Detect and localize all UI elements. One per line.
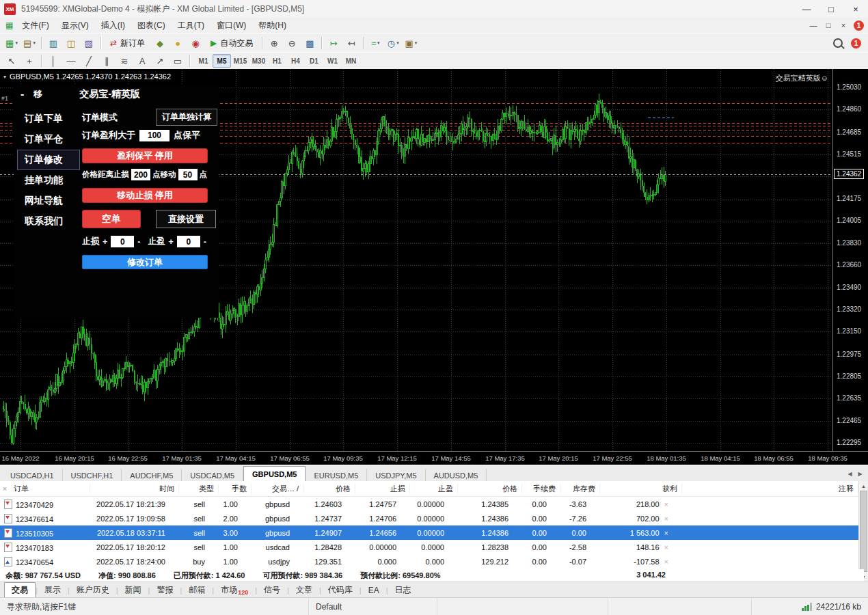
menu-item-V[interactable]: 显示(V) <box>55 20 95 31</box>
column-header-profit[interactable]: 获利 <box>600 484 682 494</box>
chart-tab-gbpusd-m5[interactable]: GBPUSD,M5 <box>243 466 306 482</box>
chart-tab-usdcad-m5[interactable]: USDCAD,M5 <box>182 469 243 482</box>
zoom-in-button[interactable]: ⊕ <box>266 35 282 51</box>
terminal-tab-市场[interactable]: 市场120 <box>214 583 255 597</box>
column-header-price2[interactable]: 价格 <box>458 484 522 494</box>
terminal-tab-EA[interactable]: EA <box>362 584 386 597</box>
timeframe-m5-button[interactable]: M5 <box>213 54 231 68</box>
menu-item-H[interactable]: 帮助(H) <box>252 20 293 31</box>
terminal-tab-新闻[interactable]: 新闻 <box>118 583 148 597</box>
modify-order-button[interactable]: 修改订单 <box>82 255 208 269</box>
terminal-tab-代码库[interactable]: 代码库 <box>321 583 360 597</box>
direct-set-button[interactable]: 直接设置 <box>156 210 216 228</box>
terminal-tab-展示[interactable]: 展示 <box>38 583 68 597</box>
scrollbar-thumb[interactable] <box>860 491 867 572</box>
panel-menu-item[interactable]: 订单修改 <box>17 150 80 170</box>
window-maximize-button[interactable]: □ <box>819 0 843 18</box>
terminal-tab-文章[interactable]: 文章 <box>289 583 319 597</box>
chart-tab-usdjpy-m5[interactable]: USDJPY,M5 <box>367 469 425 482</box>
timeframe-m30-button[interactable]: M30 <box>249 54 268 68</box>
chart-tab-usdchf-h1[interactable]: USDCHF,H1 <box>63 469 122 482</box>
crosshair-tool-button[interactable]: + <box>21 53 38 69</box>
column-header-swap[interactable]: 库存费 <box>560 484 600 494</box>
timeframe-h1-button[interactable]: H1 <box>268 54 286 68</box>
templates-button[interactable]: ▣▾ <box>403 35 419 51</box>
periods-button[interactable]: ◷▾ <box>385 35 401 51</box>
channel-tool-button[interactable]: ∥ <box>98 53 115 69</box>
shapes-tool-button[interactable]: ▭ <box>169 53 186 69</box>
column-header-price[interactable]: 价格 <box>303 484 355 494</box>
price-scale[interactable]: 1.250301.248601.246851.245151.241751.240… <box>832 69 868 451</box>
window-minimize-button[interactable]: — <box>794 0 819 18</box>
auto-scroll-button[interactable]: ↦ <box>325 35 342 51</box>
close-order-icon[interactable]: × <box>664 558 668 566</box>
fibonacci-tool-button[interactable]: ≋ <box>116 53 133 69</box>
panel-move-handle[interactable]: 移 <box>33 88 42 100</box>
sl-minus-button[interactable]: - <box>137 237 140 247</box>
chart-tab-audchf-m5[interactable]: AUDCHF,M5 <box>122 469 182 482</box>
new-order-button[interactable]: ⇄新订单 <box>105 35 150 51</box>
terminal-close-icon[interactable]: × <box>0 484 10 493</box>
sl-plus-button[interactable]: + <box>103 237 107 247</box>
chart-tab-usdcad-h1[interactable]: USDCAD,H1 <box>2 469 63 482</box>
order-row[interactable]: 1234701832022.05.17 18:20:12sell1.00usdc… <box>0 540 858 554</box>
panel-menu-item[interactable]: 订单平仓 <box>17 129 80 150</box>
column-header-commission[interactable]: 手续费 <box>522 484 560 494</box>
window-close-button[interactable]: × <box>843 0 868 18</box>
column-header-type[interactable]: 类型 <box>179 484 219 494</box>
chart-shift-button[interactable]: ↤ <box>343 35 360 51</box>
indicators-button[interactable]: ≈▾ <box>367 35 383 51</box>
sell-order-button[interactable]: 空单 <box>82 210 141 228</box>
terminal-tab-交易[interactable]: 交易 <box>4 582 36 598</box>
menu-item-I[interactable]: 插入(I) <box>95 20 131 31</box>
panel-menu-item[interactable]: 挂单功能 <box>17 170 80 191</box>
trailing-distance-input[interactable] <box>131 169 150 180</box>
time-scale[interactable]: 16 May 202216 May 20:1516 May 22:5517 Ma… <box>0 451 868 465</box>
arrows-tool-button[interactable]: ↗ <box>152 53 168 69</box>
data-window-button[interactable]: ◫ <box>63 35 79 51</box>
navigator-button[interactable]: ▧ <box>81 35 97 51</box>
tp-input[interactable] <box>177 236 200 247</box>
zoom-out-button[interactable]: ⊖ <box>284 35 300 51</box>
timeframe-d1-button[interactable]: D1 <box>305 54 323 68</box>
trailing-stop-toggle-button[interactable]: 移动止损 停用 <box>82 188 208 203</box>
status-connection[interactable]: 24221/16 kb <box>752 598 868 615</box>
order-mode-button[interactable]: 订单单独计算 <box>156 109 217 126</box>
terminal-tab-警报[interactable]: 警报 <box>150 583 180 597</box>
column-header-tp[interactable]: 止盈 <box>410 484 458 494</box>
terminal-tab-账户历史[interactable]: 账户历史 <box>70 583 116 597</box>
timeframe-m15-button[interactable]: M15 <box>231 54 249 68</box>
tab-scroll-left-icon[interactable]: ◀ <box>845 468 855 479</box>
market-watch-button[interactable]: ▥ <box>45 35 62 51</box>
menu-item-F[interactable]: 文件(F) <box>16 20 55 31</box>
profit-points-input[interactable] <box>139 130 169 141</box>
tp-plus-button[interactable]: + <box>168 237 173 247</box>
column-header-symbol[interactable]: 交易… / <box>252 484 303 494</box>
order-row[interactable]: 1234766142022.05.17 19:09:58sell2.00gbpu… <box>0 511 858 525</box>
column-header-comment[interactable]: 注释 <box>682 484 858 494</box>
community-button[interactable]: ◉ <box>187 35 204 51</box>
panel-minimize-button[interactable]: - <box>21 88 24 100</box>
menu-item-T[interactable]: 工具(T) <box>172 20 211 31</box>
terminal-tab-邮箱[interactable]: 邮箱 <box>182 583 212 597</box>
terminal-tab-信号[interactable]: 信号 <box>257 583 287 597</box>
timeframe-m1-button[interactable]: M1 <box>194 54 213 68</box>
timeframe-h4-button[interactable]: H4 <box>286 54 305 68</box>
new-chart-button[interactable]: ▦▾ <box>3 35 20 51</box>
timeframe-w1-button[interactable]: W1 <box>323 54 342 68</box>
terminal-scrollbar[interactable]: ▲ ▼ <box>858 481 868 582</box>
close-order-icon[interactable]: × <box>664 543 668 551</box>
column-header-lots[interactable]: 手数 <box>219 484 252 494</box>
text-tool-button[interactable]: A <box>134 53 150 69</box>
timeframe-mn-button[interactable]: MN <box>342 54 360 68</box>
child-restore-button[interactable]: □ <box>821 21 836 29</box>
close-order-icon[interactable]: × <box>664 500 668 508</box>
horizontal-line-tool-button[interactable]: — <box>63 53 79 69</box>
chart-tab-audusd-m5[interactable]: AUDUSD,M5 <box>426 469 487 482</box>
close-order-icon[interactable]: × <box>664 529 668 537</box>
order-row[interactable]: 1235103052022.05.18 03:37:11sell3.00gbpu… <box>0 525 858 540</box>
strategy-tester-button[interactable]: ● <box>169 35 186 51</box>
tp-minus-button[interactable]: - <box>204 237 206 247</box>
cursor-tool-button[interactable]: ↖ <box>3 53 20 69</box>
profiles-button[interactable]: ▤▾ <box>21 35 38 51</box>
